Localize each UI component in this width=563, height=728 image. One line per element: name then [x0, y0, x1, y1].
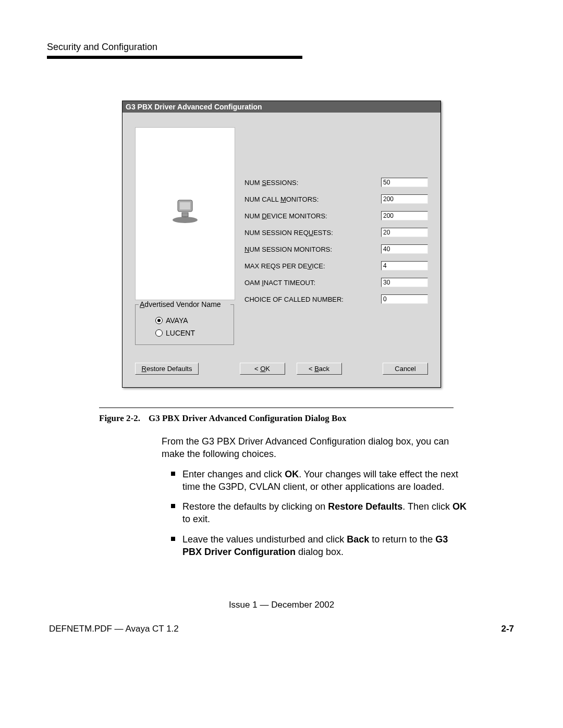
bullet-icon [171, 472, 175, 476]
figure-rule [99, 408, 454, 408]
dialog-title-bar: G3 PBX Driver Advanced Configuration [123, 101, 440, 113]
form-label: NUM DEVICE MONITORS: [244, 212, 327, 220]
footer-issue: Issue 1 — December 2002 [47, 600, 516, 610]
radio-avaya[interactable]: AVAYA [140, 314, 229, 327]
document-page: Security and Configuration G3 PBX Driver… [0, 0, 563, 665]
form-row: NUM SESSIONS:50 [244, 174, 428, 191]
form-input[interactable]: 4 [381, 261, 428, 270]
radio-button-icon [155, 329, 163, 337]
intro-paragraph: From the G3 PBX Driver Advanced Configur… [162, 435, 469, 461]
computer-icon [170, 195, 200, 226]
restore-defaults-button[interactable]: Restore Defaults [135, 363, 199, 375]
form-input[interactable]: 20 [381, 228, 428, 237]
back-button[interactable]: < Back [297, 363, 342, 375]
bullet-item: Restore the defaults by clicking on Rest… [171, 500, 469, 526]
form-row: MAX REQS PER DEVICE:4 [244, 257, 428, 274]
footer-doc: DEFNETM.PDF — Avaya CT 1.2 [49, 624, 179, 634]
radio-label: AVAYA [166, 316, 188, 325]
decorative-panel [135, 127, 235, 300]
section-header: Security and Configuration [47, 42, 516, 53]
bullet-text: Leave the values undisturbed and click B… [182, 533, 469, 559]
svg-point-0 [173, 217, 198, 223]
form-row: NUM SESSION REQUESTS:20 [244, 224, 428, 241]
dialog-body: Advertised Vendor Name AVAYA LUCENT NUM … [123, 113, 440, 387]
bullet-icon [171, 504, 175, 508]
footer-line: DEFNETM.PDF — Avaya CT 1.2 2-7 [47, 624, 516, 634]
radio-button-icon [155, 317, 163, 324]
bullet-text: Restore the defaults by clicking on Rest… [182, 500, 469, 526]
form-input[interactable]: 40 [381, 244, 428, 254]
dialog-window: G3 PBX Driver Advanced Configuration [122, 101, 441, 388]
form-input[interactable]: 200 [381, 194, 428, 204]
ok-button[interactable]: < OK [240, 363, 285, 375]
form-input[interactable]: 30 [381, 278, 428, 287]
bullet-item: Enter changes and click OK. Your changes… [171, 468, 469, 493]
form-row: NUM CALL MONITORS:200 [244, 191, 428, 207]
bullet-item: Leave the values undisturbed and click B… [171, 533, 469, 559]
bullet-icon [171, 537, 175, 541]
figure-caption: Figure 2-2.G3 PBX Driver Advanced Config… [99, 413, 516, 424]
fields-container: NUM SESSIONS:50NUM CALL MONITORS:200NUM … [244, 127, 428, 345]
form-label: OAM INACT TIMEOUT: [244, 279, 315, 287]
form-input[interactable]: 200 [381, 211, 428, 220]
form-row: OAM INACT TIMEOUT:30 [244, 274, 428, 291]
footer-page-number: 2-7 [501, 624, 514, 634]
cancel-button[interactable]: Cancel [383, 363, 428, 375]
header-rule [47, 56, 302, 59]
radio-label: LUCENT [166, 329, 195, 337]
radio-lucent[interactable]: LUCENT [140, 327, 229, 339]
form-row: NUM SESSION MONITORS:40 [244, 241, 428, 257]
bullet-text: Enter changes and click OK. Your changes… [182, 468, 469, 493]
form-label: CHOICE OF CALLED NUMBER: [244, 295, 344, 303]
svg-rect-3 [182, 213, 188, 217]
svg-rect-2 [180, 202, 190, 209]
form-row: NUM DEVICE MONITORS:200 [244, 207, 428, 224]
form-input[interactable]: 50 [381, 178, 428, 187]
form-row: CHOICE OF CALLED NUMBER:0 [244, 291, 428, 307]
vendor-group-legend: Advertised Vendor Name [139, 300, 230, 309]
form-label: NUM SESSION REQUESTS: [244, 229, 333, 237]
form-label: MAX REQS PER DEVICE: [244, 262, 325, 270]
form-input[interactable]: 0 [381, 294, 428, 304]
form-label: NUM SESSIONS: [244, 179, 298, 187]
vendor-name-group: Advertised Vendor Name AVAYA LUCENT [135, 304, 234, 345]
form-label: NUM CALL MONITORS: [244, 195, 319, 203]
form-label: NUM SESSION MONITORS: [244, 245, 332, 253]
